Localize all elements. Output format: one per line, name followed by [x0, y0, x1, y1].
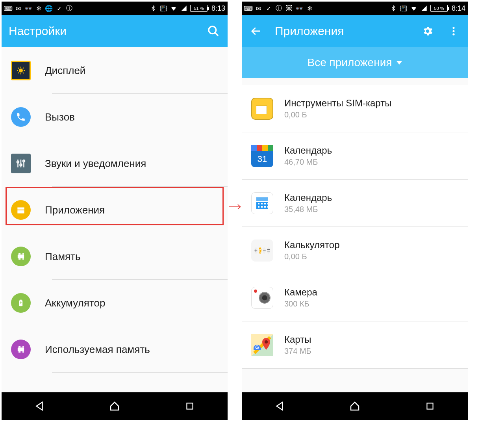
settings-item-label: Используемая память — [45, 343, 150, 356]
svg-point-19 — [452, 27, 454, 29]
shield-check-icon: ✓ — [265, 4, 272, 12]
vibrate-icon: 📳 — [400, 4, 408, 12]
apps-icon — [11, 200, 31, 220]
nav-home-button[interactable] — [107, 398, 122, 414]
image-icon: 🖼 — [285, 4, 293, 12]
nav-recent-button[interactable] — [182, 398, 198, 414]
nav-recent-button[interactable] — [422, 398, 438, 414]
used-memory-icon — [11, 340, 31, 359]
svg-point-7 — [20, 164, 22, 166]
svg-rect-16 — [187, 403, 193, 409]
svg-point-20 — [452, 30, 454, 32]
appbar: Настройки — [2, 15, 228, 47]
statusbar: ⌨ ✉ 👓 ❄ 🌐 ✓ ⓘ 📳 51 % 8:13 — [2, 2, 228, 15]
app-size: 300 КБ — [284, 299, 317, 308]
sim-icon — [251, 98, 273, 120]
svg-point-2 — [19, 69, 23, 72]
search-icon[interactable] — [206, 24, 220, 38]
nav-back-button[interactable] — [272, 398, 287, 414]
battery-icon: + — [11, 293, 31, 313]
settings-item-apps[interactable]: Приложения — [2, 187, 228, 233]
filter-label: Все приложения — [308, 56, 392, 69]
statusbar: ⌨ ✉ ✓ ⓘ 🖼 👓 ❄ 📳 50 % 8:14 — [242, 2, 468, 15]
incognito-icon: 👓 — [295, 4, 303, 12]
navbar — [242, 392, 468, 420]
appbar: Приложения — [242, 15, 468, 47]
settings-item-label: Память — [45, 251, 81, 263]
app-item-calendar[interactable]: Календарь 35,48 МБ — [242, 180, 468, 227]
settings-item-accumulator[interactable]: + Аккумулятор — [2, 280, 228, 326]
appbar-title: Настройки — [9, 24, 67, 38]
app-size: 46,70 МБ — [284, 158, 332, 167]
camera-icon — [251, 287, 273, 309]
svg-point-8 — [23, 160, 25, 162]
app-list[interactable]: Инструменты SIM-карты 0,00 Б 31 Календар… — [242, 78, 468, 392]
svg-point-0 — [209, 26, 216, 34]
app-name: Инструменты SIM-карты — [284, 98, 391, 109]
app-item-maps[interactable]: G Карты 374 МБ — [242, 321, 468, 369]
filter-dropdown[interactable]: Все приложения — [242, 47, 468, 78]
incognito-icon: 👓 — [24, 4, 32, 12]
app-name: Календарь — [284, 145, 332, 156]
svg-text:G: G — [255, 345, 259, 350]
clock: 8:13 — [211, 4, 225, 13]
wifi-icon — [170, 4, 178, 12]
phone-apps: ⌨ ✉ ✓ ⓘ 🖼 👓 ❄ 📳 50 % 8:14 Приложения — [242, 2, 468, 420]
svg-rect-9 — [17, 208, 24, 210]
svg-point-21 — [452, 33, 454, 35]
clock: 8:14 — [452, 4, 465, 13]
app-size: 374 МБ — [284, 347, 311, 356]
app-item-google-calendar[interactable]: 31 Календарь 46,70 МБ — [242, 132, 468, 180]
svg-rect-15 — [18, 347, 24, 351]
settings-list: Дисплей Вызов Звуки и уведомления Прилож… — [2, 47, 228, 392]
settings-item-label: Приложения — [45, 204, 105, 216]
nav-home-button[interactable] — [347, 398, 363, 414]
settings-item-label: Дисплей — [45, 65, 85, 77]
settings-item-label: Вызов — [45, 111, 75, 123]
settings-item-display[interactable]: Дисплей — [2, 47, 228, 94]
more-icon[interactable] — [447, 24, 461, 38]
app-name: Калькулятор — [284, 239, 340, 251]
battery-indicator: 50 % — [430, 5, 448, 12]
svg-rect-11 — [18, 254, 24, 258]
snowflake-icon: ❄ — [306, 4, 313, 12]
settings-item-sound[interactable]: Звуки и уведомления — [2, 140, 228, 187]
phone-settings: ⌨ ✉ 👓 ❄ 🌐 ✓ ⓘ 📳 51 % 8:13 Настройки — [2, 2, 228, 420]
signal-icon — [420, 4, 428, 12]
vibrate-icon: 📳 — [159, 4, 167, 12]
calculator-icon: +c−= — [251, 239, 273, 262]
app-name: Календарь — [284, 192, 332, 203]
settings-item-call[interactable]: Вызов — [2, 94, 228, 140]
bluetooth-icon — [149, 4, 157, 12]
info-icon: ⓘ — [275, 4, 283, 12]
app-size: 0,00 Б — [284, 110, 391, 119]
snowflake-icon: ❄ — [35, 4, 43, 12]
app-size: 35,48 МБ — [284, 205, 332, 214]
settings-item-used-memory[interactable]: Используемая память — [2, 326, 228, 373]
settings-item-label: Аккумулятор — [45, 297, 105, 309]
call-icon — [11, 107, 31, 127]
appbar-title: Приложения — [275, 24, 344, 38]
sound-icon — [11, 154, 31, 173]
navbar — [2, 392, 228, 420]
settings-item-memory[interactable]: Память — [2, 233, 228, 280]
settings-item-label: Звуки и уведомления — [45, 158, 146, 170]
app-item-camera[interactable]: Камера 300 КБ — [242, 274, 468, 321]
arrow-indicator — [228, 201, 242, 215]
app-item-sim-tools[interactable]: Инструменты SIM-карты 0,00 Б — [242, 85, 468, 132]
gear-icon[interactable] — [421, 24, 435, 38]
svg-text:+: + — [20, 301, 22, 305]
chevron-down-icon — [397, 61, 402, 65]
signal-icon — [180, 4, 188, 12]
mail-icon: ✉ — [14, 4, 22, 12]
info-icon: ⓘ — [65, 4, 73, 12]
battery-indicator: 51 % — [190, 5, 208, 12]
svg-line-1 — [215, 33, 218, 36]
globe-icon: 🌐 — [45, 4, 53, 12]
nav-back-button[interactable] — [32, 398, 47, 414]
back-arrow-icon[interactable] — [249, 24, 263, 38]
google-calendar-icon: 31 — [251, 145, 273, 167]
app-name: Карты — [284, 334, 311, 345]
app-item-calculator[interactable]: +c−= Калькулятор 0,00 Б — [242, 227, 468, 274]
bluetooth-icon — [389, 4, 397, 12]
